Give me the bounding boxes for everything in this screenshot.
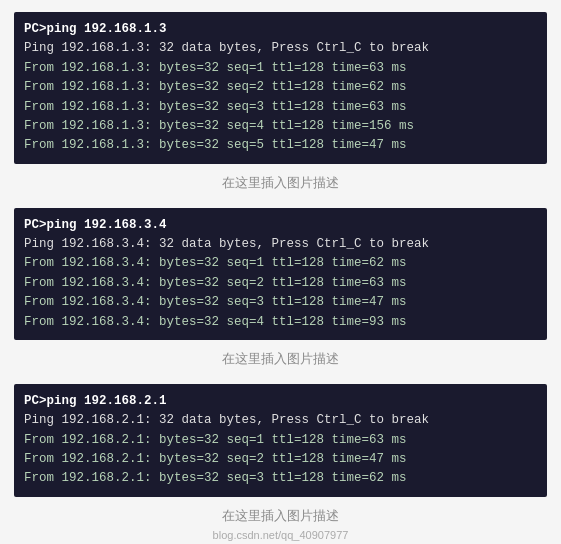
from-line-1-4: From 192.168.1.3: bytes=32 seq=4 ttl=128…: [24, 117, 537, 136]
from-line-1-2: From 192.168.1.3: bytes=32 seq=2 ttl=128…: [24, 78, 537, 97]
app-container: PC>ping 192.168.1.3Ping 192.168.1.3: 32 …: [0, 12, 561, 544]
from-line-3-3: From 192.168.2.1: bytes=32 seq=3 ttl=128…: [24, 469, 537, 488]
from-line-2-3: From 192.168.3.4: bytes=32 seq=3 ttl=128…: [24, 293, 537, 312]
caption-2: 在这里插入图片描述: [0, 344, 561, 372]
from-line-3-1: From 192.168.2.1: bytes=32 seq=1 ttl=128…: [24, 431, 537, 450]
cmd-line-3: PC>ping 192.168.2.1: [24, 392, 537, 411]
cmd-line-2: PC>ping 192.168.3.4: [24, 216, 537, 235]
watermark: blog.csdn.net/qq_40907977: [0, 529, 561, 544]
cmd-line-1: PC>ping 192.168.1.3: [24, 20, 537, 39]
terminal-text-3: PC>ping 192.168.2.1Ping 192.168.2.1: 32 …: [24, 392, 537, 489]
from-line-2-1: From 192.168.3.4: bytes=32 seq=1 ttl=128…: [24, 254, 537, 273]
from-line-1-5: From 192.168.1.3: bytes=32 seq=5 ttl=128…: [24, 136, 537, 155]
from-line-2-2: From 192.168.3.4: bytes=32 seq=2 ttl=128…: [24, 274, 537, 293]
info-line-3: Ping 192.168.2.1: 32 data bytes, Press C…: [24, 411, 537, 430]
from-line-1-1: From 192.168.1.3: bytes=32 seq=1 ttl=128…: [24, 59, 537, 78]
from-line-3-2: From 192.168.2.1: bytes=32 seq=2 ttl=128…: [24, 450, 537, 469]
from-line-2-4: From 192.168.3.4: bytes=32 seq=4 ttl=128…: [24, 313, 537, 332]
terminal-text-2: PC>ping 192.168.3.4Ping 192.168.3.4: 32 …: [24, 216, 537, 332]
info-line-2: Ping 192.168.3.4: 32 data bytes, Press C…: [24, 235, 537, 254]
terminal-block-3: PC>ping 192.168.2.1Ping 192.168.2.1: 32 …: [14, 384, 547, 497]
caption-1: 在这里插入图片描述: [0, 168, 561, 196]
terminal-block-1: PC>ping 192.168.1.3Ping 192.168.1.3: 32 …: [14, 12, 547, 164]
from-line-1-3: From 192.168.1.3: bytes=32 seq=3 ttl=128…: [24, 98, 537, 117]
caption-3: 在这里插入图片描述: [0, 501, 561, 529]
terminal-text-1: PC>ping 192.168.1.3Ping 192.168.1.3: 32 …: [24, 20, 537, 156]
info-line-1: Ping 192.168.1.3: 32 data bytes, Press C…: [24, 39, 537, 58]
terminal-block-2: PC>ping 192.168.3.4Ping 192.168.3.4: 32 …: [14, 208, 547, 340]
